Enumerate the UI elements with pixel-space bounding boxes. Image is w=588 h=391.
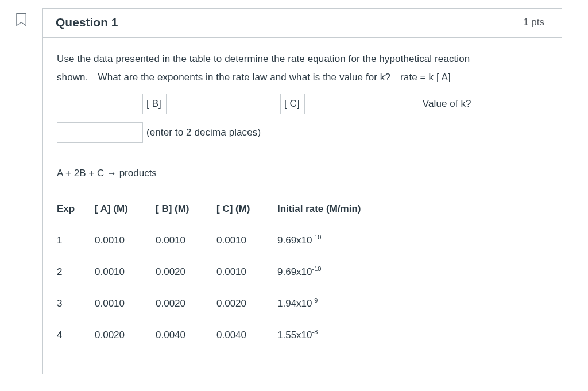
table-cell-rate: 9.69x10-10	[277, 224, 378, 256]
table-row: 20.00100.00200.00109.69x10-10	[57, 256, 378, 288]
question-body: Use the data presented in the table to d…	[43, 38, 562, 374]
table-cell: 1	[57, 224, 95, 256]
col-c: [ C] (M)	[216, 193, 277, 224]
col-rate: Initial rate (M/min)	[277, 193, 378, 224]
table-cell-rate: 1.94x10-9	[277, 288, 378, 319]
answer-row-1: shown. What are the exponents in the rat…	[57, 70, 548, 85]
label-precision: (enter to 2 decima places)	[145, 125, 263, 140]
prompt-line-1: Use the data presented in the table to d…	[57, 52, 548, 67]
table-cell: 0.0010	[156, 224, 216, 256]
table-cell: 2	[57, 256, 95, 288]
exponent-c-input[interactable]	[304, 94, 419, 114]
exponent-b-input[interactable]	[166, 94, 281, 114]
reaction-equation: A + 2B + C → products	[57, 166, 548, 181]
table-cell: 0.0010	[216, 256, 277, 288]
table-cell: 0.0020	[95, 319, 156, 351]
table-header-row: Exp [ A] (M) [ B] (M) [ C] (M) Initial r…	[57, 193, 378, 224]
k-value-input[interactable]	[57, 122, 143, 143]
prompt-line-2: shown. What are the exponents in the rat…	[57, 70, 451, 85]
label-k: Value of k?	[421, 96, 474, 111]
bookmark-icon[interactable]	[0, 8, 42, 28]
table-row: 30.00100.00200.00201.94x10-9	[57, 288, 378, 319]
table-row: 10.00100.00100.00109.69x10-10	[57, 224, 378, 256]
exponent-a-input[interactable]	[57, 94, 143, 114]
table-cell: 0.0020	[216, 288, 277, 319]
table-cell-rate: 9.69x10-10	[277, 256, 378, 288]
table-cell: 0.0010	[95, 288, 156, 319]
question-card: Question 1 1 pts Use the data presented …	[42, 8, 562, 374]
question-title: Question 1	[56, 16, 118, 29]
col-a: [ A] (M)	[95, 193, 156, 224]
question-header: Question 1 1 pts	[43, 9, 562, 38]
col-b: [ B] (M)	[156, 193, 216, 224]
table-cell: 0.0040	[156, 319, 216, 351]
label-b: [ B]	[145, 96, 164, 111]
table-cell: 4	[57, 319, 95, 351]
data-table: Exp [ A] (M) [ B] (M) [ C] (M) Initial r…	[57, 193, 378, 351]
table-cell-rate: 1.55x10-8	[277, 319, 378, 351]
table-cell: 0.0020	[156, 256, 216, 288]
table-cell: 0.0020	[156, 288, 216, 319]
table-cell: 0.0010	[95, 256, 156, 288]
table-cell: 3	[57, 288, 95, 319]
label-c: [ C]	[283, 96, 302, 111]
question-points: 1 pts	[523, 17, 544, 28]
table-cell: 0.0010	[95, 224, 156, 256]
table-row: 40.00200.00400.00401.55x10-8	[57, 319, 378, 351]
table-cell: 0.0040	[216, 319, 277, 351]
table-cell: 0.0010	[216, 224, 277, 256]
answer-row-3: (enter to 2 decima places)	[57, 122, 548, 143]
col-exp: Exp	[57, 193, 95, 224]
answer-row-2: [ B] [ C] Value of k?	[57, 94, 548, 114]
